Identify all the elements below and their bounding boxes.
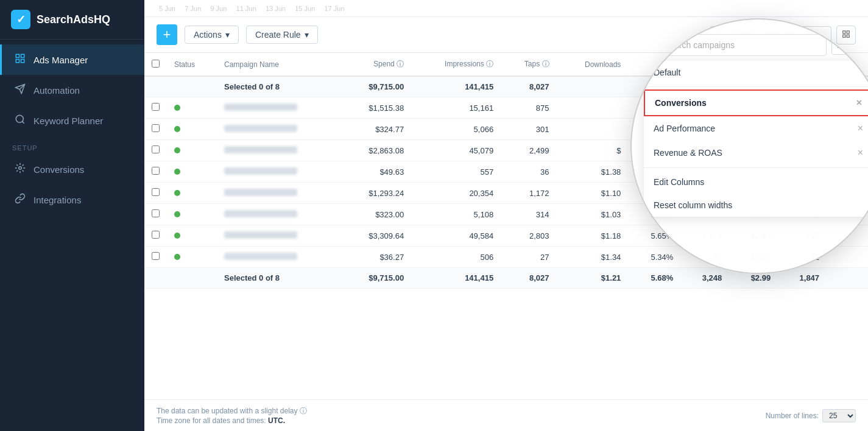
campaign-name-blurred <box>224 210 297 217</box>
cell-cpt: $1.03 <box>557 204 629 225</box>
svg-point-5 <box>16 115 23 122</box>
preset-item-ad-performance[interactable]: Ad Performance × <box>644 116 868 141</box>
add-button[interactable]: + <box>157 24 177 45</box>
reset-column-widths-label: Reset column widths <box>654 200 732 210</box>
summary-top-impressions: 141,415 <box>411 76 501 97</box>
lines-select: Number of lines: 25 50 100 <box>766 409 856 422</box>
cell-spend: $49.63 <box>340 161 411 183</box>
magnifier-search-icon <box>651 41 659 49</box>
summary-bottom-label: Selected 0 of 8 <box>217 268 340 289</box>
edit-columns-label: Edit Columns <box>654 177 704 187</box>
svg-rect-8 <box>843 30 845 33</box>
footer-notice: The data can be updated with a slight de… <box>157 406 307 425</box>
preset-revenue-roas-close-icon[interactable]: × <box>858 147 863 158</box>
select-all-checkbox[interactable] <box>152 60 160 68</box>
status-indicator <box>174 126 180 132</box>
actions-chevron-icon: ▾ <box>225 30 230 40</box>
row-checkbox[interactable] <box>152 209 160 217</box>
summary-top-taps: 8,027 <box>501 76 556 97</box>
svg-rect-3 <box>21 60 24 63</box>
svg-rect-11 <box>847 35 849 37</box>
sidebar-item-keyword-planner[interactable]: Keyword Planner <box>0 105 144 136</box>
create-rule-button[interactable]: Create Rule ▾ <box>246 26 318 44</box>
sidebar-item-integrations[interactable]: Integrations <box>0 184 144 215</box>
dropdown-divider-2 <box>644 167 868 168</box>
timezone-notice: Time zone for all dates and times: <box>157 416 266 425</box>
actions-button[interactable]: Actions ▾ <box>185 26 239 44</box>
sidebar-item-conversions-label: Conversions <box>34 164 84 175</box>
summary-bottom-cpt: $1.21 <box>557 268 629 289</box>
row-checkbox[interactable] <box>152 103 160 111</box>
magnifier-search-wrapper: Search campaigns <box>644 34 827 56</box>
conversions-icon <box>14 163 26 176</box>
cell-taps: 27 <box>501 247 556 268</box>
lines-count-select[interactable]: 25 50 100 <box>822 409 856 422</box>
row-checkbox[interactable] <box>152 124 160 132</box>
cell-taps: 301 <box>501 119 556 140</box>
summary-bottom-taps: 8,027 <box>501 268 556 289</box>
status-indicator <box>174 254 180 260</box>
campaign-name-blurred <box>224 231 297 239</box>
cell-impressions: 20,354 <box>411 183 501 204</box>
preset-ad-performance-close-icon[interactable]: × <box>858 123 863 134</box>
row-checkbox[interactable] <box>152 231 160 239</box>
status-indicator <box>174 147 180 153</box>
reset-column-widths-action[interactable]: Reset column widths <box>644 194 868 217</box>
cell-spend: $1,293.24 <box>340 183 411 204</box>
preset-ad-performance-label: Ad Performance <box>654 124 715 133</box>
sidebar-item-keyword-planner-label: Keyword Planner <box>34 116 103 126</box>
cell-ctr: 5.34% <box>628 247 680 268</box>
view-toggle-button[interactable] <box>836 26 856 44</box>
cell-impressions: 5,108 <box>411 204 501 225</box>
preset-item-revenue-roas[interactable]: Revenue & ROAS × <box>644 141 868 165</box>
cell-spend: $3,309.64 <box>340 225 411 247</box>
cell-impressions: 49,584 <box>411 225 501 247</box>
cell-cpt: $1.10 <box>557 183 629 204</box>
row-checkbox[interactable] <box>152 145 160 153</box>
create-rule-label: Create Rule <box>255 30 301 40</box>
cell-taps: 2,499 <box>501 140 556 161</box>
cell-impressions: 15,161 <box>411 97 501 119</box>
sidebar-item-conversions[interactable]: Conversions <box>0 154 144 184</box>
col-impressions: Impressions ⓘ <box>411 53 501 76</box>
cell-taps: 1,172 <box>501 183 556 204</box>
campaign-name-blurred <box>224 167 297 175</box>
summary-bottom-installs: 3,248 <box>680 268 729 289</box>
lines-label: Number of lines: <box>766 412 819 420</box>
automation-icon <box>14 83 26 97</box>
preset-conversions-close-icon[interactable]: × <box>856 97 862 108</box>
status-indicator <box>174 105 180 111</box>
sidebar-item-ads-manager-label: Ads Manager <box>34 55 88 65</box>
dropdown-divider-1 <box>644 86 868 87</box>
campaign-name-blurred <box>224 253 297 260</box>
summary-bottom-impressions: 141,415 <box>411 268 501 289</box>
preset-item-conversions[interactable]: Conversions × <box>644 89 868 116</box>
summary-top-spend: $9,715.00 <box>340 76 411 97</box>
cell-spend: $2,863.08 <box>340 140 411 161</box>
sidebar-item-automation[interactable]: Automation <box>0 75 144 105</box>
status-indicator <box>174 190 180 196</box>
main-content: 5 Jun 7 Jun 9 Jun 11 Jun 13 Jun 15 Jun 1… <box>144 0 868 431</box>
column-preset-dropdown: Default Conversions × Ad Performance × R… <box>644 61 868 217</box>
cell-cpt: $1.18 <box>557 225 629 247</box>
row-checkbox[interactable] <box>152 167 160 175</box>
magnifier-content: Search campaigns Default <box>632 19 868 231</box>
svg-point-6 <box>19 167 22 170</box>
sidebar-item-ads-manager[interactable]: Ads Manager <box>0 44 144 75</box>
row-checkbox[interactable] <box>152 252 160 260</box>
edit-columns-action[interactable]: Edit Columns <box>644 170 868 194</box>
cell-cpt: $1.38 <box>557 161 629 183</box>
cell-taps: 2,803 <box>501 225 556 247</box>
cell-taps: 875 <box>501 97 556 119</box>
create-rule-chevron-icon: ▾ <box>305 30 309 40</box>
preset-item-default[interactable]: Default <box>644 61 868 84</box>
summary-top-label: Selected 0 of 8 <box>217 76 340 97</box>
cell-impressions: 45,079 <box>411 140 501 161</box>
cell-impressions: 5,066 <box>411 119 501 140</box>
preset-conversions-label: Conversions <box>655 98 707 108</box>
row-checkbox[interactable] <box>152 188 160 196</box>
sidebar-item-automation-label: Automation <box>34 85 80 96</box>
delay-notice: The data can be updated with a slight de… <box>157 407 307 415</box>
sidebar-item-integrations-label: Integrations <box>34 195 81 205</box>
cell-spend: $323.00 <box>340 204 411 225</box>
